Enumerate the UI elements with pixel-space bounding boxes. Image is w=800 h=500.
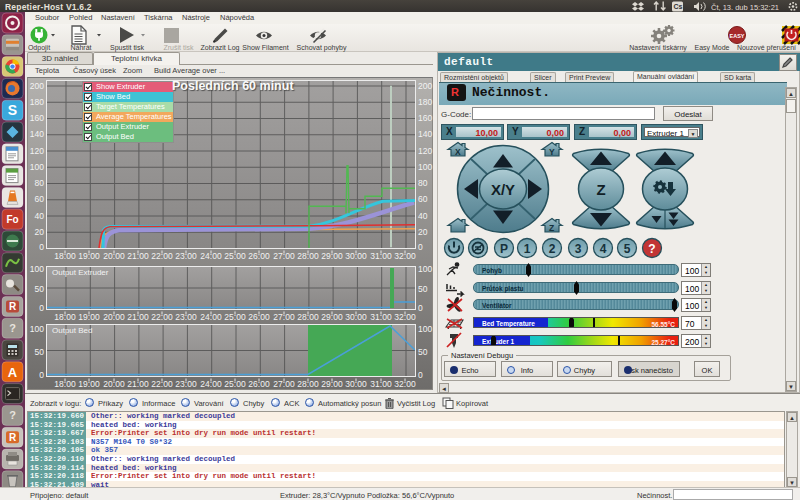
svg-text:29:00: 29:00 [321, 312, 343, 322]
svg-text:19:00: 19:00 [78, 379, 100, 389]
svg-text:100: 100 [418, 162, 432, 172]
svg-text:19:00: 19:00 [78, 312, 100, 322]
svg-text:50: 50 [418, 284, 428, 294]
svg-text:Čt, 13. dub 15:32:21: Čt, 13. dub 15:32:21 [711, 3, 779, 12]
svg-text:R: R [9, 432, 17, 443]
svg-text:26:00: 26:00 [248, 251, 270, 261]
svg-text:Z: Z [549, 223, 554, 233]
svg-text:1: 1 [524, 242, 531, 256]
svg-text:180: 180 [30, 97, 44, 107]
svg-text:18:00: 18:00 [54, 379, 76, 389]
svg-text:21:00: 21:00 [127, 251, 149, 261]
svg-text:100: 100 [418, 324, 432, 334]
svg-text:27:00: 27:00 [273, 251, 295, 261]
svg-text:23:00: 23:00 [175, 312, 197, 322]
svg-text:100: 100 [418, 264, 432, 274]
svg-text:100: 100 [30, 264, 44, 274]
svg-text:21:00: 21:00 [127, 379, 149, 389]
svg-text:60: 60 [35, 194, 45, 204]
svg-text:50: 50 [35, 347, 45, 357]
svg-text:28:00: 28:00 [297, 379, 319, 389]
svg-text:20:00: 20:00 [103, 379, 125, 389]
svg-text:32:00: 32:00 [394, 251, 416, 261]
svg-text:20:00: 20:00 [103, 251, 125, 261]
svg-text:31:00: 31:00 [370, 251, 392, 261]
svg-text:27:00: 27:00 [273, 379, 295, 389]
svg-text:20: 20 [35, 227, 45, 237]
svg-text:S: S [8, 102, 17, 118]
svg-text:120: 120 [30, 146, 44, 156]
svg-text:120: 120 [418, 146, 432, 156]
svg-text:Y: Y [549, 147, 555, 157]
svg-text:40: 40 [35, 211, 45, 221]
svg-text:Fo: Fo [6, 214, 18, 225]
svg-text:20:00: 20:00 [103, 312, 125, 322]
svg-text:A: A [8, 365, 18, 380]
svg-text:24:00: 24:00 [200, 379, 222, 389]
svg-text:100: 100 [30, 324, 44, 334]
svg-text:100: 100 [30, 162, 44, 172]
svg-text:26:00: 26:00 [248, 312, 270, 322]
svg-text:18:00: 18:00 [54, 312, 76, 322]
svg-text:160: 160 [30, 113, 44, 123]
svg-text:22:00: 22:00 [151, 379, 173, 389]
svg-text:0: 0 [418, 242, 423, 250]
svg-text:31:00: 31:00 [370, 379, 392, 389]
svg-text:30:00: 30:00 [345, 312, 367, 322]
svg-text:60: 60 [418, 194, 428, 204]
svg-text:180: 180 [418, 97, 432, 107]
svg-text:25:00: 25:00 [224, 251, 246, 261]
svg-text:21:00: 21:00 [127, 312, 149, 322]
svg-text:29:00: 29:00 [321, 379, 343, 389]
svg-text:R: R [9, 301, 17, 312]
svg-text:32:00: 32:00 [394, 379, 416, 389]
svg-text:50: 50 [418, 347, 428, 357]
svg-text:80: 80 [418, 178, 428, 188]
svg-text:2: 2 [549, 242, 556, 256]
svg-text:23:00: 23:00 [175, 379, 197, 389]
svg-text:24:00: 24:00 [200, 251, 222, 261]
svg-text:P: P [500, 242, 508, 256]
svg-text:?: ? [9, 409, 16, 421]
svg-text:27:00: 27:00 [273, 312, 295, 322]
svg-text:29:00: 29:00 [321, 251, 343, 261]
svg-text:32:00: 32:00 [394, 312, 416, 322]
svg-text:24:00: 24:00 [200, 312, 222, 322]
svg-text:160: 160 [418, 113, 432, 123]
svg-text:31:00: 31:00 [370, 312, 392, 322]
svg-text:22:00: 22:00 [151, 251, 173, 261]
svg-text:28:00: 28:00 [297, 251, 319, 261]
svg-text:X: X [455, 147, 461, 157]
svg-text:?: ? [648, 242, 655, 256]
svg-text:26:00: 26:00 [248, 379, 270, 389]
svg-text:40: 40 [418, 211, 428, 221]
svg-text:200: 200 [30, 81, 44, 91]
svg-text:X/Y: X/Y [491, 181, 515, 198]
svg-text:?: ? [9, 322, 16, 334]
svg-text:Z: Z [596, 181, 605, 198]
svg-text:80: 80 [35, 178, 45, 188]
svg-text:25:00: 25:00 [224, 312, 246, 322]
svg-text:140: 140 [30, 129, 44, 139]
svg-text:3: 3 [575, 242, 582, 256]
svg-text:140: 140 [418, 129, 432, 139]
svg-text:23:00: 23:00 [175, 251, 197, 261]
svg-text:Cs: Cs [674, 3, 683, 10]
svg-text:EASY: EASY [730, 33, 745, 39]
svg-text:30:00: 30:00 [345, 251, 367, 261]
svg-text:200: 200 [418, 81, 432, 91]
svg-text:50: 50 [35, 284, 45, 294]
svg-text:18:00: 18:00 [54, 251, 76, 261]
svg-text:19:00: 19:00 [78, 251, 100, 261]
svg-text:20: 20 [418, 227, 428, 237]
svg-text:25:00: 25:00 [224, 379, 246, 389]
svg-text:30:00: 30:00 [345, 379, 367, 389]
svg-text:4: 4 [600, 242, 607, 256]
svg-text:28:00: 28:00 [297, 312, 319, 322]
svg-text:22:00: 22:00 [151, 312, 173, 322]
svg-text:0: 0 [39, 242, 44, 250]
svg-text:5: 5 [624, 242, 631, 256]
